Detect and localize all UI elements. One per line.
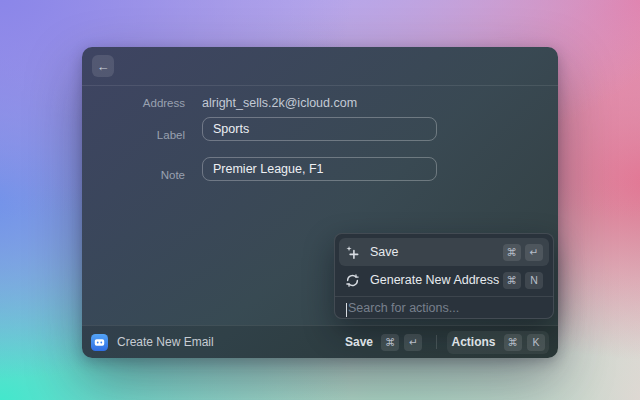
refresh-icon <box>345 273 360 288</box>
action-label: Generate New Address <box>370 273 503 287</box>
address-value: alright_sells.2k@icloud.com <box>202 96 357 110</box>
back-arrow-icon: ← <box>97 60 110 73</box>
return-key: ↵ <box>525 244 543 261</box>
titlebar-divider <box>82 85 558 86</box>
create-new-email-app-icon <box>91 334 108 351</box>
save-button-label: Save <box>345 335 373 349</box>
actions-button[interactable]: Actions ⌘ K <box>447 331 549 354</box>
bottom-bar-left: Create New Email <box>91 334 341 351</box>
shortcut-keys: ⌘ ↵ <box>503 244 544 261</box>
actions-popover: Save ⌘ ↵ Generate New Address <box>334 233 554 319</box>
note-input[interactable] <box>202 157 437 181</box>
k-key: K <box>527 334 545 351</box>
shortcut-keys: ⌘ N <box>503 272 544 289</box>
command-key: ⌘ <box>503 244 522 261</box>
note-field-label: Note <box>82 163 185 187</box>
app-window: ← Address alright_sells.2k@icloud.com La… <box>82 47 558 358</box>
label-field-label: Label <box>82 123 185 147</box>
command-key: ⌘ <box>381 334 400 351</box>
action-item-save[interactable]: Save ⌘ ↵ <box>339 238 549 266</box>
command-key: ⌘ <box>504 334 523 351</box>
bottom-bar-separator <box>436 335 437 349</box>
address-label: Address <box>82 97 185 109</box>
action-label: Save <box>370 245 503 259</box>
actions-search-input[interactable] <box>345 301 543 315</box>
desktop-background: ← Address alright_sells.2k@icloud.com La… <box>0 0 640 400</box>
back-button[interactable]: ← <box>92 55 114 77</box>
bottom-bar-right: Save ⌘ ↵ Actions ⌘ K <box>341 331 549 354</box>
bottom-bar: Create New Email Save ⌘ ↵ Actions ⌘ K <box>82 325 558 358</box>
actions-search[interactable] <box>339 297 549 318</box>
text-caret <box>346 303 347 317</box>
label-input[interactable] <box>202 117 437 141</box>
actions-button-label: Actions <box>451 335 495 349</box>
action-item-generate-new-address[interactable]: Generate New Address ⌘ N <box>339 266 549 294</box>
n-key: N <box>525 272 543 289</box>
titlebar: ← <box>82 47 558 85</box>
sparkle-plus-icon <box>345 245 360 260</box>
command-key: ⌘ <box>503 272 522 289</box>
return-key: ↵ <box>404 334 422 351</box>
save-button[interactable]: Save ⌘ ↵ <box>341 331 427 354</box>
command-title: Create New Email <box>117 335 214 349</box>
